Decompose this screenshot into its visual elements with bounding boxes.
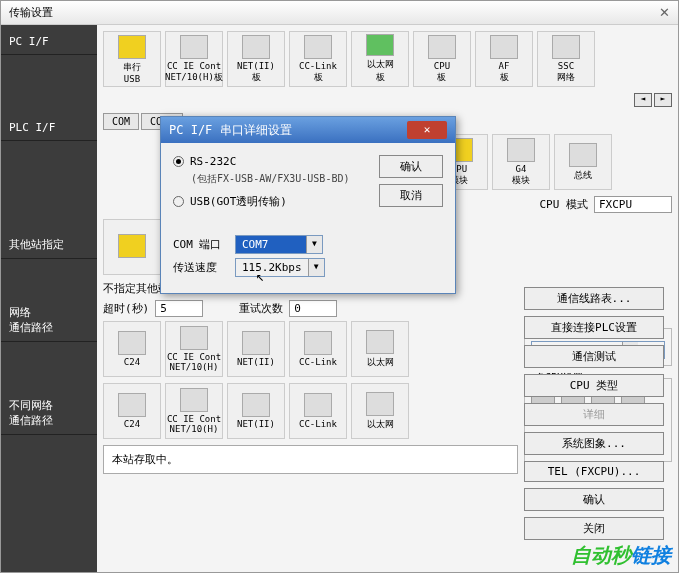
icon-ssc[interactable]: SSC 网络 [537, 31, 595, 87]
device-icon [507, 138, 535, 162]
status-text: 本站存取中。 [112, 453, 178, 466]
chevron-down-icon[interactable]: ▼ [306, 236, 322, 253]
diffnetwork-icon-row: C24 CC IE Cont NET/10(H) NET(II) CC-Link… [103, 383, 518, 439]
radio-icon [173, 156, 184, 167]
sys-image-button[interactable]: 系统图象... [524, 432, 664, 455]
dialog-title: PC I/F 串口详细设置 [169, 122, 292, 139]
icon-c24b[interactable]: C24 [103, 383, 161, 439]
icon-c24[interactable]: C24 [103, 321, 161, 377]
nav-left[interactable]: ◄ [634, 93, 652, 107]
retry-label: 重试次数 [239, 301, 283, 316]
tel-button[interactable]: TEL (FXCPU)... [524, 461, 664, 482]
device-icon [180, 388, 208, 412]
device-icon [552, 35, 580, 59]
cpu-mode-input[interactable] [594, 196, 672, 213]
dialog-cancel-button[interactable]: 取消 [379, 184, 443, 207]
baud-combo[interactable]: 115.2Kbps ▼ [235, 258, 325, 277]
icon-netii2[interactable]: NET(II) [227, 321, 285, 377]
device-icon [118, 331, 146, 355]
serial-detail-dialog: PC I/F 串口详细设置 ✕ 确认 取消 RS-232C (包括FX-USB-… [160, 116, 456, 294]
icon-cpu[interactable]: CPU 板 [413, 31, 471, 87]
timeout-label: 超时(秒) [103, 301, 149, 316]
icon-eth3[interactable]: 以太网 [351, 383, 409, 439]
icon-ccie2[interactable]: CC IE Cont NET/10(H) [165, 321, 223, 377]
device-icon [180, 35, 208, 59]
icon-serial-usb[interactable]: 串行 USB [103, 31, 161, 87]
pcif-icon-row: 串行 USB CC IE Cont NET/10(H)板 NET(II) 板 C… [103, 31, 672, 87]
route-list-button[interactable]: 通信线路表... [524, 287, 664, 310]
device-icon [242, 35, 270, 59]
icon-bus[interactable]: 总线 [554, 134, 612, 190]
icon-ethernet[interactable]: 以太网 板 [351, 31, 409, 87]
detail-button: 详细 [524, 403, 664, 426]
sidebar-item-pcif[interactable]: PC I/F [1, 29, 97, 55]
timeout-input[interactable] [155, 300, 203, 317]
device-icon [304, 393, 332, 417]
device-icon [304, 35, 332, 59]
sidebar-item-plcif[interactable]: PLC I/F [1, 115, 97, 141]
title-bar: 传输设置 ✕ [1, 1, 678, 25]
retry-input[interactable] [289, 300, 337, 317]
icon-cclink[interactable]: CC-Link 板 [289, 31, 347, 87]
close-button[interactable]: 关闭 [524, 517, 664, 540]
direct-plc-button[interactable]: 直接连接PLC设置 [524, 316, 664, 339]
device-icon [118, 393, 146, 417]
radio-icon [173, 196, 184, 207]
tab-com[interactable]: COM [103, 113, 139, 130]
ok-button[interactable]: 确认 [524, 488, 664, 511]
icon-cclink2[interactable]: CC-Link [289, 321, 347, 377]
device-icon [304, 331, 332, 355]
cpu-type-button[interactable]: CPU 类型 [524, 374, 664, 397]
device-icon [366, 392, 394, 416]
icon-netii3[interactable]: NET(II) [227, 383, 285, 439]
device-icon [490, 35, 518, 59]
baud-label: 传送速度 [173, 260, 229, 275]
nav-right[interactable]: ► [654, 93, 672, 107]
device-icon [428, 35, 456, 59]
dialog-title-bar: PC I/F 串口详细设置 ✕ [161, 117, 455, 143]
device-icon [569, 143, 597, 167]
icon-af[interactable]: AF 板 [475, 31, 533, 87]
main-panel: 串行 USB CC IE Cont NET/10(H)板 NET(II) 板 C… [97, 25, 678, 572]
sidebar-item-diffnetwork[interactable]: 不同网络 通信路径 [1, 392, 97, 435]
icon-netii[interactable]: NET(II) 板 [227, 31, 285, 87]
dialog-close-button[interactable]: ✕ [407, 121, 447, 139]
icon-eth2[interactable]: 以太网 [351, 321, 409, 377]
device-icon [242, 393, 270, 417]
sidebar: PC I/F PLC I/F 其他站指定 网络 通信路径 不同网络 通信路径 [1, 25, 97, 572]
icon-ccie[interactable]: CC IE Cont NET/10(H)板 [165, 31, 223, 87]
close-icon[interactable]: ✕ [659, 5, 670, 20]
icon-g4[interactable]: G4 模块 [492, 134, 550, 190]
icon-cclink3[interactable]: CC-Link [289, 383, 347, 439]
right-button-column: 通信线路表... 直接连接PLC设置 通信测试 CPU 类型 详细 系统图象..… [524, 287, 664, 540]
com-port-label: COM 端口 [173, 237, 229, 252]
chevron-down-icon[interactable]: ▼ [308, 259, 324, 276]
device-icon [242, 331, 270, 355]
dialog-ok-button[interactable]: 确认 [379, 155, 443, 178]
network-icon-row: C24 CC IE Cont NET/10(H) NET(II) CC-Link… [103, 321, 518, 377]
cpu-mode-label: CPU 模式 [540, 197, 589, 212]
sidebar-item-network[interactable]: 网络 通信路径 [1, 299, 97, 342]
device-icon [366, 34, 394, 56]
content: PC I/F PLC I/F 其他站指定 网络 通信路径 不同网络 通信路径 串… [1, 25, 678, 572]
sidebar-item-otherstation[interactable]: 其他站指定 [1, 231, 97, 259]
icon-ccie3[interactable]: CC IE Cont NET/10(H) [165, 383, 223, 439]
device-icon [118, 35, 146, 59]
device-icon [118, 234, 146, 258]
com-port-combo[interactable]: COM7 ▼ [235, 235, 323, 254]
nav-arrows: ◄ ► [634, 93, 672, 107]
icon-nostation[interactable] [103, 219, 161, 275]
window-title: 传输设置 [9, 5, 53, 20]
device-icon [180, 326, 208, 350]
status-bar: 本站存取中。 [103, 445, 518, 474]
comm-test-button[interactable]: 通信测试 [524, 345, 664, 368]
device-icon [366, 330, 394, 354]
